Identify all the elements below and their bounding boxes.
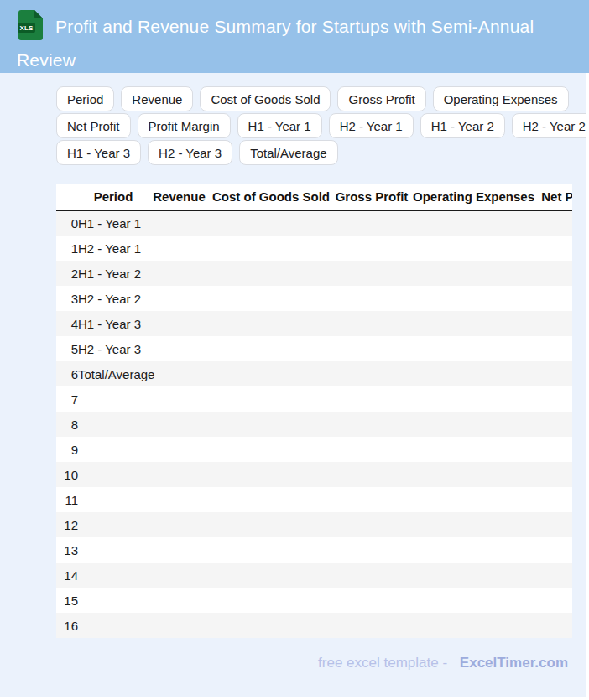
table-row: 11 — [56, 487, 572, 512]
period-cell: H1 - Year 1 — [78, 210, 149, 236]
row-index: 10 — [56, 462, 78, 487]
row-index: 13 — [56, 537, 78, 563]
page: XLS Profit and Revenue Summary for Start… — [0, 0, 589, 700]
row-index-header — [56, 184, 78, 210]
content-area: Period Revenue Cost of Goods Sold Gross … — [0, 73, 586, 697]
empty-cell — [411, 311, 536, 336]
period-cell — [78, 437, 149, 462]
table-row: 1H2 - Year 1 — [56, 236, 572, 261]
empty-cell — [411, 286, 536, 311]
chip-total-average[interactable]: Total/Average — [239, 140, 337, 165]
col-header-operating-expenses: Operating Expenses — [411, 184, 536, 210]
empty-cell — [332, 311, 411, 336]
empty-cell — [332, 236, 411, 261]
footer-text: free excel template - — [318, 655, 447, 671]
period-cell: H2 - Year 3 — [78, 336, 149, 361]
empty-cell — [332, 487, 411, 512]
chip-period[interactable]: Period — [56, 86, 114, 111]
table-row: 16 — [56, 613, 572, 638]
empty-cell — [149, 311, 210, 336]
empty-cell — [210, 311, 332, 336]
period-cell — [78, 588, 149, 613]
empty-cell — [411, 613, 536, 638]
chip-cost-of-goods-sold[interactable]: Cost of Goods Sold — [200, 86, 331, 111]
empty-cell — [149, 563, 210, 588]
empty-cell — [411, 537, 536, 563]
table-preview-container[interactable]: Period Revenue Cost of Goods Sold Gross … — [56, 184, 572, 638]
chip-h1-year-2[interactable]: H1 - Year 2 — [420, 113, 505, 138]
period-cell: H1 - Year 2 — [78, 261, 149, 286]
table-row: 13 — [56, 537, 572, 563]
chip-net-profit[interactable]: Net Profit — [56, 113, 131, 138]
chip-row: H1 - Year 3 H2 - Year 3 Total/Average — [56, 140, 586, 165]
chip-profit-margin[interactable]: Profit Margin — [138, 113, 231, 138]
chip-operating-expenses[interactable]: Operating Expenses — [433, 86, 569, 111]
table-row: 6Total/Average — [56, 361, 572, 386]
table-row: 7 — [56, 386, 572, 412]
chip-gross-profit[interactable]: Gross Profit — [337, 86, 425, 111]
empty-cell — [149, 236, 210, 261]
empty-cell — [411, 462, 536, 487]
empty-cell — [210, 210, 332, 236]
empty-cell — [332, 537, 411, 563]
empty-cell — [332, 336, 411, 361]
table-row: 15 — [56, 588, 572, 613]
empty-cell — [536, 588, 572, 613]
empty-cell — [210, 261, 332, 286]
row-index: 2 — [56, 261, 78, 286]
empty-cell — [411, 236, 536, 261]
empty-cell — [149, 336, 210, 361]
empty-cell — [149, 361, 210, 386]
empty-cell — [149, 386, 210, 412]
empty-cell — [210, 563, 332, 588]
chip-h1-year-1[interactable]: H1 - Year 1 — [237, 113, 322, 138]
period-cell: H1 - Year 3 — [78, 311, 149, 336]
empty-cell — [411, 437, 536, 462]
footer-brand-link[interactable]: ExcelTimer.com — [460, 655, 568, 671]
empty-cell — [536, 361, 572, 386]
empty-cell — [332, 613, 411, 638]
table-row: 0H1 - Year 1 — [56, 210, 572, 236]
app-header: XLS Profit and Revenue Summary for Start… — [0, 0, 589, 73]
chip-h1-year-3[interactable]: H1 - Year 3 — [56, 140, 141, 165]
empty-cell — [411, 512, 536, 537]
col-header-period: Period — [78, 184, 149, 210]
table-row: 4H1 - Year 3 — [56, 311, 572, 336]
empty-cell — [536, 412, 572, 437]
period-cell: Total/Average — [78, 361, 149, 386]
row-index: 16 — [56, 613, 78, 638]
table-header-row: Period Revenue Cost of Goods Sold Gross … — [56, 184, 572, 210]
period-cell — [78, 613, 149, 638]
empty-cell — [411, 563, 536, 588]
empty-cell — [210, 487, 332, 512]
empty-cell — [149, 537, 210, 563]
table-row: 12 — [56, 512, 572, 537]
empty-cell — [411, 588, 536, 613]
empty-cell — [536, 210, 572, 236]
table-row: 14 — [56, 563, 572, 588]
empty-cell — [210, 361, 332, 386]
row-index: 7 — [56, 386, 78, 412]
empty-cell — [536, 386, 572, 412]
empty-cell — [411, 361, 536, 386]
row-index: 6 — [56, 361, 78, 386]
empty-cell — [332, 386, 411, 412]
chip-h2-year-3[interactable]: H2 - Year 3 — [148, 140, 232, 165]
row-index: 14 — [56, 563, 78, 588]
chip-h2-year-2[interactable]: H2 - Year 2 — [512, 113, 586, 138]
chip-revenue[interactable]: Revenue — [121, 86, 193, 111]
empty-cell — [536, 462, 572, 487]
empty-cell — [536, 487, 572, 512]
chip-row: Net Profit Profit Margin H1 - Year 1 H2 … — [56, 113, 586, 138]
row-index: 0 — [56, 210, 78, 236]
empty-cell — [332, 412, 411, 437]
col-header-cost-of-goods-sold: Cost of Goods Sold — [210, 184, 332, 210]
empty-cell — [149, 613, 210, 638]
empty-cell — [332, 462, 411, 487]
period-cell: H2 - Year 1 — [78, 236, 149, 261]
chip-h2-year-1[interactable]: H2 - Year 1 — [329, 113, 414, 138]
empty-cell — [411, 210, 536, 236]
empty-cell — [210, 386, 332, 412]
empty-cell — [210, 512, 332, 537]
period-cell — [78, 512, 149, 537]
